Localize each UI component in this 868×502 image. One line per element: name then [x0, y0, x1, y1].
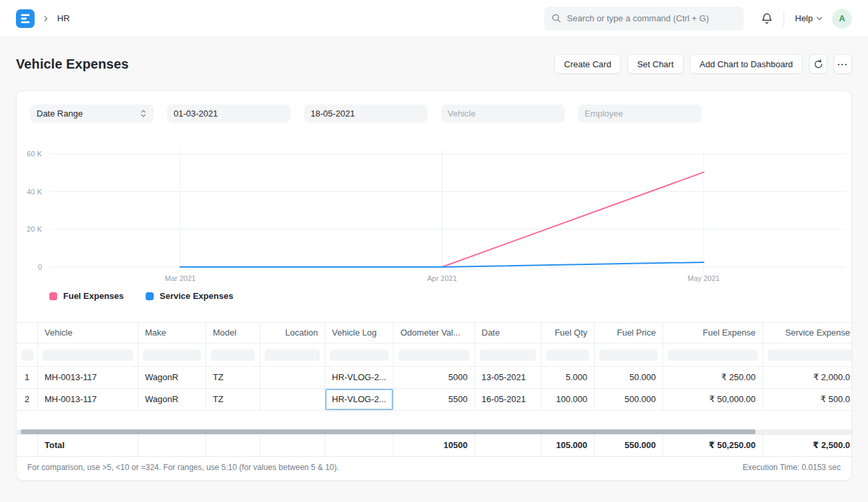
table-cell[interactable]: 13-05-2021	[475, 367, 541, 388]
page-title: Vehicle Expenses	[16, 57, 128, 72]
table-cell[interactable]: WagonR	[138, 389, 206, 410]
header-cell[interactable]: Fuel Price	[595, 323, 663, 343]
table-cell[interactable]: 5000	[394, 367, 475, 388]
avatar[interactable]: A	[832, 9, 852, 29]
legend-item: Fuel Expenses	[49, 291, 124, 301]
header-cell[interactable]: Odometer Val...	[394, 323, 475, 343]
table-cell[interactable]: 500.000	[595, 389, 663, 410]
total-cell	[325, 435, 394, 456]
y-axis-label: 60 K	[27, 150, 42, 158]
refresh-button[interactable]	[809, 54, 827, 74]
filter-input[interactable]	[546, 350, 589, 361]
header-cell[interactable]: Model	[206, 323, 260, 343]
filter-input[interactable]	[21, 350, 34, 361]
table-cell[interactable]: HR-VLOG-2...	[325, 367, 394, 388]
set-chart-button[interactable]: Set Chart	[627, 54, 684, 74]
table-cell[interactable]: TZ	[206, 389, 260, 410]
filter-cell[interactable]	[541, 344, 595, 366]
filter-cell[interactable]	[663, 344, 763, 366]
header-cell[interactable]: Fuel Expense	[663, 323, 763, 343]
date-range-select[interactable]: Date Range	[30, 105, 154, 123]
filter-cell[interactable]	[138, 344, 206, 366]
header-cell[interactable]: Vehicle Log	[325, 323, 394, 343]
filter-input[interactable]	[211, 350, 255, 361]
date-range-label: Date Range	[37, 109, 82, 119]
table-cell[interactable]: 5500	[394, 389, 475, 410]
filter-cell[interactable]	[206, 344, 260, 366]
table-cell[interactable]: 5.000	[541, 367, 595, 388]
report-table: VehicleMakeModelLocationVehicle LogOdome…	[17, 322, 852, 411]
filter-input[interactable]	[265, 350, 320, 361]
header-cell[interactable]: Fuel Qty	[541, 323, 595, 343]
table-cell[interactable]: ₹ 50,000.00	[663, 389, 763, 410]
total-cell: 105.000	[541, 435, 595, 456]
table-cell[interactable]: ₹ 250.00	[663, 367, 763, 388]
table-cell[interactable]	[260, 389, 325, 410]
help-menu[interactable]: Help	[795, 13, 823, 23]
filter-cell[interactable]	[17, 344, 38, 366]
filter-cell[interactable]	[475, 344, 541, 366]
header-cell[interactable]: Make	[138, 323, 206, 343]
table-cell[interactable]: ₹ 2,000.0	[763, 367, 852, 388]
filter-cell[interactable]	[325, 344, 394, 366]
filter-input[interactable]	[480, 350, 536, 361]
menu-button[interactable]: ···	[833, 54, 852, 74]
total-cell	[475, 435, 541, 456]
row-index-header	[17, 323, 38, 343]
chart-legend: Fuel ExpensesService Expenses	[49, 291, 233, 301]
vehicle-filter-field[interactable]	[448, 109, 558, 119]
breadcrumb[interactable]: HR	[57, 13, 70, 23]
filter-cell[interactable]	[763, 344, 852, 366]
header-cell[interactable]: Date	[475, 323, 541, 343]
filter-input[interactable]	[668, 350, 758, 361]
table-row: 1MH-0013-117WagonRTZHR-VLOG-2...500013-0…	[17, 367, 852, 389]
employee-filter-field[interactable]	[585, 109, 695, 119]
add-chart-to-dashboard-button[interactable]: Add Chart to Dashboard	[690, 54, 803, 74]
table-cell[interactable]: HR-VLOG-2...	[325, 389, 394, 410]
avatar-initial: A	[839, 13, 845, 23]
header-cell[interactable]: Location	[260, 323, 325, 343]
filter-input[interactable]	[398, 350, 470, 361]
search-input[interactable]	[567, 13, 736, 23]
page-header: Vehicle Expenses Create Card Set Chart A…	[0, 37, 868, 91]
filter-cell[interactable]	[394, 344, 475, 366]
report-footer: For comparison, use >5, <10 or =324. For…	[17, 455, 851, 480]
execution-time: Execution Time: 0.0153 sec	[743, 463, 841, 472]
filter-input[interactable]	[43, 350, 133, 361]
filter-input[interactable]	[768, 350, 852, 361]
filter-cell[interactable]	[38, 344, 138, 366]
scrollbar-thumb[interactable]	[21, 429, 756, 434]
table-cell[interactable]: 100.000	[541, 389, 595, 410]
chevron-right-icon	[41, 14, 51, 23]
total-cell	[138, 435, 206, 456]
filter-input[interactable]	[599, 350, 658, 361]
navbar-divider	[784, 11, 784, 27]
x-axis-label: Mar 2021	[165, 274, 196, 282]
table-cell[interactable]: MH-0013-117	[38, 367, 138, 388]
filter-cell[interactable]	[260, 344, 325, 366]
table-cell[interactable]: MH-0013-117	[38, 389, 138, 410]
table-cell[interactable]: WagonR	[138, 367, 206, 388]
table-cell[interactable]: 50.000	[595, 367, 663, 388]
legend-swatch	[146, 292, 154, 300]
table-cell[interactable]	[260, 367, 325, 388]
header-cell[interactable]: Vehicle	[38, 323, 138, 343]
to-date-field[interactable]	[311, 109, 421, 119]
notifications-button[interactable]	[761, 13, 773, 25]
expenses-chart[interactable]: 60 K40 K20 K0Mar 2021Apr 2021May 2021	[17, 144, 852, 292]
header-cell[interactable]: Service Expense	[763, 323, 852, 343]
filter-input[interactable]	[330, 350, 388, 361]
total-cell: ₹ 2,500.0	[763, 435, 852, 456]
table-cell[interactable]: 16-05-2021	[475, 389, 541, 410]
filter-input[interactable]	[143, 350, 201, 361]
create-card-button[interactable]: Create Card	[554, 54, 621, 74]
table-total-row: Total10500105.000550.000₹ 50,250.00₹ 2,5…	[17, 434, 852, 457]
table-cell[interactable]: TZ	[206, 367, 260, 388]
table-cell[interactable]: ₹ 500.0	[763, 389, 852, 410]
global-search[interactable]	[544, 7, 744, 31]
filter-cell[interactable]	[595, 344, 663, 366]
x-axis-label: Apr 2021	[427, 274, 457, 282]
report-card: Date Range 60 K40 K20 K0Mar 2021Apr 2021…	[16, 91, 852, 481]
from-date-field[interactable]	[174, 109, 284, 119]
erpnext-logo[interactable]	[16, 9, 35, 28]
